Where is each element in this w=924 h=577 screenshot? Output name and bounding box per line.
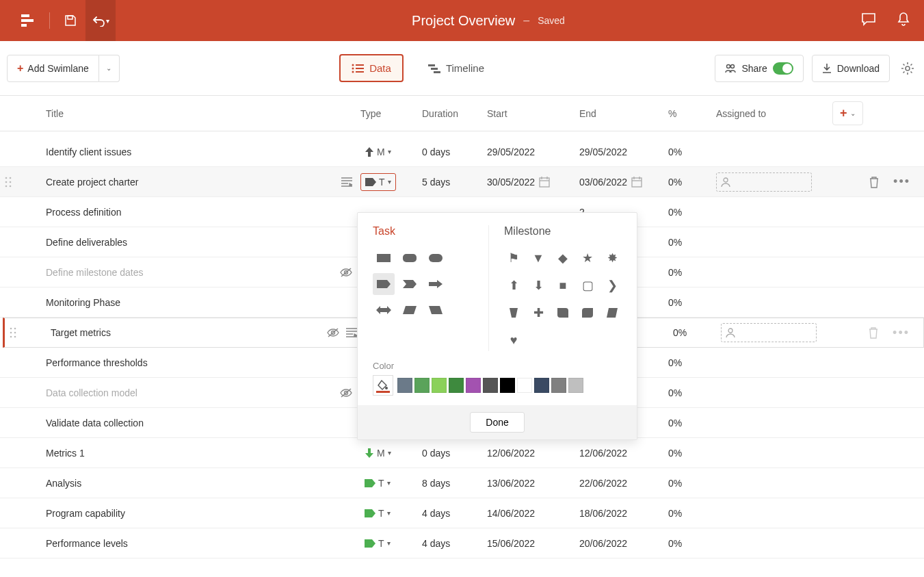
table-row[interactable]: Program capabilityT▾4 days14/06/202218/0… xyxy=(0,498,924,528)
type-selector[interactable]: M▾ xyxy=(360,144,395,160)
shape-pill[interactable] xyxy=(425,247,447,269)
color-swatch[interactable] xyxy=(500,378,515,393)
end-cell[interactable]: 22/06/2022 xyxy=(579,478,668,489)
type-selector[interactable]: T▾ xyxy=(360,535,395,552)
ms-trapezoid[interactable] xyxy=(504,302,523,324)
table-row[interactable]: Identify client issuesM▾0 days29/05/2022… xyxy=(0,137,924,167)
table-row[interactable]: AnalysisT▾8 days13/06/202222/06/20220% xyxy=(0,468,924,498)
settings-icon[interactable] xyxy=(898,59,917,78)
duration-cell[interactable]: 4 days xyxy=(422,508,487,519)
share-toggle[interactable] xyxy=(773,62,793,75)
pct-cell[interactable]: 0% xyxy=(668,207,716,218)
start-cell[interactable]: 29/05/2022 xyxy=(487,146,579,157)
task-title[interactable]: Create project charter xyxy=(46,177,341,188)
assigned-cell[interactable] xyxy=(716,172,832,192)
assigned-cell[interactable] xyxy=(721,323,837,342)
end-cell[interactable]: 29/05/2022 xyxy=(579,146,668,157)
color-swatch[interactable] xyxy=(483,378,498,393)
start-cell[interactable]: 13/06/2022 xyxy=(487,478,579,489)
color-swatch[interactable] xyxy=(397,378,412,393)
color-swatch[interactable] xyxy=(517,378,532,393)
pct-cell[interactable]: 0% xyxy=(668,357,716,368)
fill-tool-icon[interactable] xyxy=(373,375,393,396)
ms-blob2[interactable] xyxy=(578,302,597,324)
task-title[interactable]: Data collection model xyxy=(46,387,340,398)
ms-arrow-down[interactable]: ⬇ xyxy=(529,274,548,296)
delete-icon[interactable] xyxy=(868,326,879,339)
color-swatch[interactable] xyxy=(414,378,430,393)
delete-icon[interactable] xyxy=(869,176,880,188)
download-button[interactable]: Download xyxy=(812,55,890,82)
col-type[interactable]: Type xyxy=(360,108,422,119)
pct-cell[interactable]: 0% xyxy=(668,387,716,398)
comments-icon[interactable] xyxy=(861,12,876,29)
task-title[interactable]: Define deliverables xyxy=(46,237,352,248)
add-swimlane-button[interactable]: + Add Swimlane xyxy=(7,55,99,82)
add-swimlane-dropdown[interactable]: ⌄ xyxy=(99,55,120,82)
notifications-icon[interactable] xyxy=(897,12,910,29)
start-cell[interactable]: 15/06/2022 xyxy=(487,538,579,549)
duration-cell[interactable]: 8 days xyxy=(422,478,487,489)
save-icon[interactable] xyxy=(55,0,85,41)
task-title[interactable]: Program capability xyxy=(46,508,352,519)
col-pct[interactable]: % xyxy=(668,108,716,119)
ms-heart[interactable]: ♥ xyxy=(504,329,523,351)
end-cell[interactable]: 12/06/2022 xyxy=(579,448,668,459)
ms-chevron-right[interactable]: ❯ xyxy=(603,274,622,296)
start-cell[interactable]: 14/06/2022 xyxy=(487,508,579,519)
shape-rect[interactable] xyxy=(373,247,395,269)
hidden-icon[interactable] xyxy=(327,328,339,337)
roadmap-icon[interactable] xyxy=(14,0,44,41)
duration-cell[interactable]: 0 days xyxy=(422,146,487,157)
indent-icon[interactable] xyxy=(341,177,352,187)
pct-cell[interactable]: 0% xyxy=(668,267,716,278)
col-end[interactable]: End xyxy=(579,108,668,119)
ms-blob1[interactable] xyxy=(553,302,572,324)
task-title[interactable]: Performance thresholds xyxy=(46,357,352,368)
color-swatch[interactable] xyxy=(466,378,481,393)
pct-cell[interactable]: 0% xyxy=(668,448,716,459)
undo-button[interactable]: ▾ xyxy=(85,0,116,41)
pct-cell[interactable]: 0% xyxy=(668,538,716,549)
pct-cell[interactable]: 0% xyxy=(668,237,716,248)
ms-flag[interactable]: ⚑ xyxy=(504,247,523,269)
task-title[interactable]: Define milestone dates xyxy=(46,267,340,278)
pct-cell[interactable]: 0% xyxy=(668,297,716,308)
ms-square[interactable]: ■ xyxy=(553,274,572,296)
tab-timeline[interactable]: Timeline xyxy=(417,55,495,81)
ms-diamond[interactable]: ◆ xyxy=(553,247,572,269)
drag-handle-icon[interactable] xyxy=(10,327,16,338)
end-cell[interactable]: 18/06/2022 xyxy=(579,508,668,519)
task-title[interactable]: Analysis xyxy=(46,478,352,489)
shape-tag[interactable] xyxy=(373,273,395,295)
start-cell[interactable]: 30/05/2022 xyxy=(487,177,579,188)
table-row[interactable]: Metrics 1M▾0 days12/06/202212/06/20220% xyxy=(0,438,924,468)
ms-tri-down[interactable]: ▼ xyxy=(529,247,548,269)
duration-cell[interactable]: 5 days xyxy=(422,177,487,188)
ms-plus[interactable]: ✚ xyxy=(529,302,548,324)
pct-cell[interactable]: 0% xyxy=(668,146,716,157)
type-selector[interactable]: T▾ xyxy=(360,173,396,191)
col-start[interactable]: Start xyxy=(487,108,579,119)
shape-rounded[interactable] xyxy=(399,247,421,269)
ms-para[interactable] xyxy=(603,302,622,324)
color-swatch[interactable] xyxy=(568,378,583,393)
type-selector[interactable]: M▾ xyxy=(360,445,395,461)
col-title[interactable]: Title xyxy=(46,108,360,119)
pct-cell[interactable]: 0% xyxy=(668,418,716,428)
ms-arrow-up[interactable]: ⬆ xyxy=(504,274,523,296)
task-title[interactable]: Identify client issues xyxy=(46,146,352,157)
more-icon[interactable]: ••• xyxy=(893,326,910,340)
task-title[interactable]: Monitoring Phase xyxy=(46,297,352,308)
pct-cell[interactable]: 0% xyxy=(673,327,721,338)
drag-handle-icon[interactable] xyxy=(5,177,12,188)
task-title[interactable]: Metrics 1 xyxy=(46,448,352,459)
document-title[interactable]: Project Overview xyxy=(412,13,515,29)
table-row[interactable]: Create project charterT▾5 days30/05/2022… xyxy=(0,167,924,197)
table-row[interactable]: Performance levelsT▾4 days15/06/202220/0… xyxy=(0,528,924,559)
start-cell[interactable]: 12/06/2022 xyxy=(487,448,579,459)
task-title[interactable]: Performance levels xyxy=(46,538,352,549)
ms-square-round[interactable]: ▢ xyxy=(578,274,597,296)
col-duration[interactable]: Duration xyxy=(422,108,487,119)
pct-cell[interactable]: 0% xyxy=(668,478,716,489)
